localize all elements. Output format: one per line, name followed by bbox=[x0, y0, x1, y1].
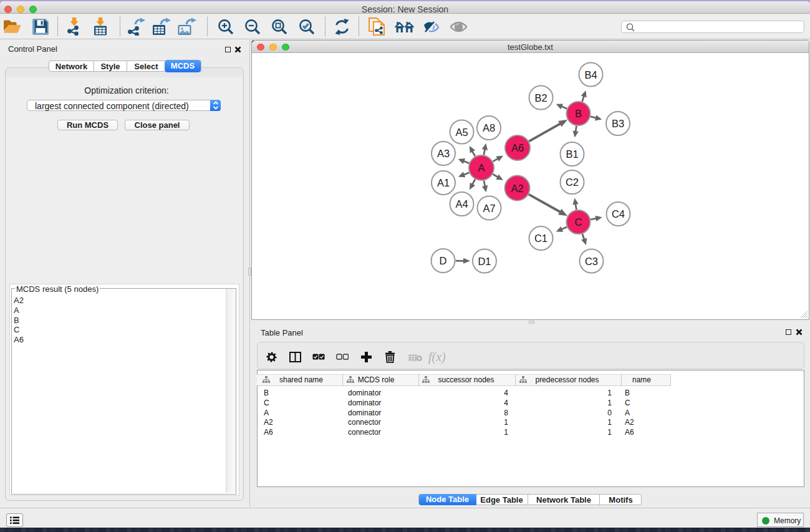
svg-text:B2: B2 bbox=[534, 92, 547, 104]
svg-text:B4: B4 bbox=[584, 69, 597, 80]
svg-text:C4: C4 bbox=[612, 208, 625, 220]
svg-text:C: C bbox=[575, 216, 582, 228]
svg-text:A1: A1 bbox=[437, 177, 450, 188]
svg-text:A4: A4 bbox=[455, 198, 468, 210]
svg-text:B1: B1 bbox=[566, 148, 578, 160]
svg-text:A2: A2 bbox=[511, 183, 523, 194]
svg-text:C2: C2 bbox=[566, 177, 579, 188]
svg-text:D: D bbox=[440, 255, 447, 266]
svg-text:A3: A3 bbox=[437, 148, 450, 159]
svg-text:A7: A7 bbox=[483, 203, 495, 214]
svg-text:C3: C3 bbox=[585, 256, 598, 267]
svg-text:B3: B3 bbox=[612, 118, 624, 129]
svg-text:A5: A5 bbox=[455, 127, 468, 138]
svg-text:C1: C1 bbox=[534, 233, 547, 244]
svg-text:A: A bbox=[478, 162, 485, 173]
svg-text:B: B bbox=[575, 108, 582, 119]
svg-text:A6: A6 bbox=[511, 142, 524, 153]
svg-text:D1: D1 bbox=[478, 256, 491, 267]
svg-text:A8: A8 bbox=[483, 122, 495, 133]
